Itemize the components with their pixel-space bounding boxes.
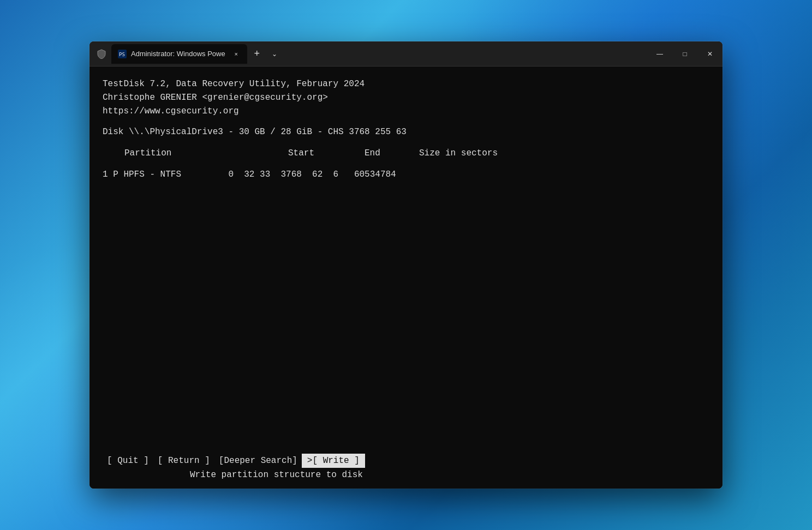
- tab-dropdown-button[interactable]: ⌄: [266, 45, 283, 63]
- deeper-search-button[interactable]: [Deeper Search]: [214, 455, 302, 467]
- svg-text:PS: PS: [119, 52, 125, 57]
- header-end: End: [365, 147, 419, 160]
- header-start: Start: [288, 147, 365, 160]
- header-partition: Partition: [103, 147, 288, 160]
- action-hint: Write partition structure to disk: [103, 470, 363, 480]
- partition-table-header: Partition Start End Size in sectors: [103, 147, 709, 160]
- action-bar: [ Quit ] [ Return ] [Deeper Search] >[ W…: [89, 445, 723, 489]
- active-tab[interactable]: PS Administrator: Windows Powe ×: [111, 44, 247, 64]
- quit-button[interactable]: [ Quit ]: [103, 455, 153, 467]
- window-controls: — □ ✕: [647, 41, 723, 66]
- shield-icon: [96, 49, 107, 59]
- action-buttons: [ Quit ] [ Return ] [Deeper Search] >[ W…: [103, 454, 365, 468]
- tab-close-button[interactable]: ×: [232, 50, 241, 58]
- output-line-3: https://www.cgsecurity.org: [103, 105, 709, 118]
- write-button[interactable]: >[ Write ]: [302, 454, 365, 468]
- terminal-content: TestDisk 7.2, Data Recovery Utility, Feb…: [89, 67, 723, 445]
- minimize-button[interactable]: —: [647, 41, 672, 67]
- title-bar: PS Administrator: Windows Powe × + ⌄ — □…: [89, 41, 723, 67]
- maximize-button[interactable]: □: [672, 41, 697, 67]
- partition-row-1: 1 P HPFS - NTFS 0 32 33 3768 62 6 605347…: [103, 168, 709, 182]
- output-line-5: Disk \\.\PhysicalDrive3 - 30 GB / 28 GiB…: [103, 125, 709, 139]
- new-tab-button[interactable]: +: [248, 45, 266, 63]
- powershell-icon: PS: [118, 50, 127, 58]
- output-line-2: Christophe GRENIER <grenier@cgsecurity.o…: [103, 91, 709, 105]
- tab-label: Administrator: Windows Powe: [131, 50, 225, 58]
- return-button[interactable]: [ Return ]: [153, 455, 214, 467]
- output-line-1: TestDisk 7.2, Data Recovery Utility, Feb…: [103, 77, 709, 91]
- terminal-window: PS Administrator: Windows Powe × + ⌄ — □…: [89, 41, 723, 489]
- close-button[interactable]: ✕: [697, 41, 723, 67]
- header-size: Size in sectors: [419, 147, 498, 160]
- tab-group: PS Administrator: Windows Powe × + ⌄: [96, 41, 647, 66]
